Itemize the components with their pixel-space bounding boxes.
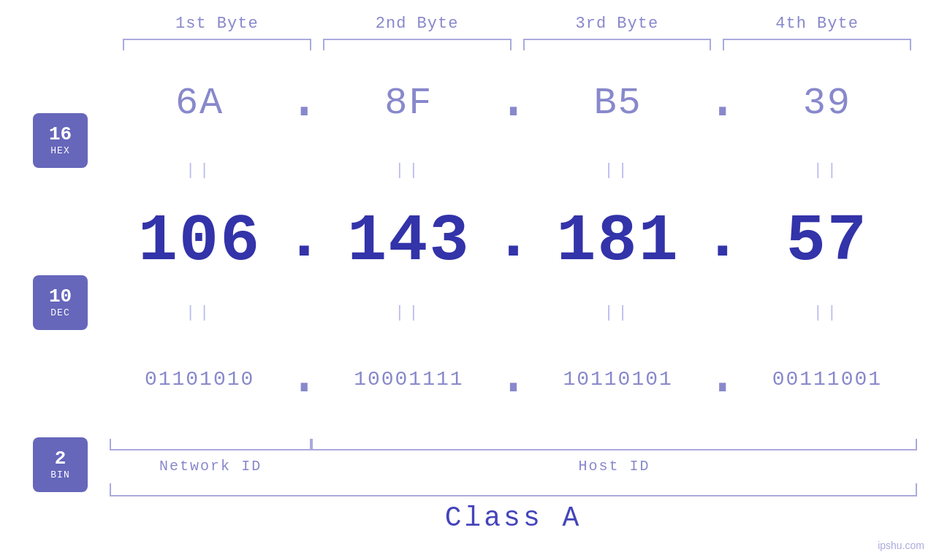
bin-byte-2: 10001111 (319, 368, 498, 391)
hex-base-number: 16 (49, 124, 72, 145)
host-bracket (311, 439, 917, 450)
content-area: 16 HEX 10 DEC 2 BIN 6A . 8F (22, 59, 917, 545)
watermark: ipshu.com (878, 540, 924, 551)
bracket-top-2 (323, 39, 512, 52)
dec-byte-3: 181 (528, 204, 708, 279)
dec-byte-4: 57 (737, 204, 917, 279)
network-bracket (110, 439, 311, 450)
separator-row-2: || || || || (110, 302, 917, 323)
dec-base-number: 10 (49, 286, 72, 307)
class-label-row: Class A (110, 502, 917, 534)
bracket-top-3 (523, 39, 712, 52)
dec-base-label: DEC (50, 307, 69, 318)
bracket-top-4 (723, 39, 911, 52)
sep2-bar4: || (737, 304, 917, 322)
sep1-bar2: || (319, 161, 498, 180)
dot-dec-2: . (499, 205, 528, 278)
byte-label-2: 2nd Byte (317, 15, 517, 33)
class-label: Class A (445, 502, 582, 534)
main-grid: 6A . 8F . B5 . 39 || || (110, 59, 917, 545)
byte-label-4: 4th Byte (717, 15, 917, 33)
bin-row: 01101010 . 10001111 . 10110101 . 0011100… (110, 347, 917, 413)
dec-badge: 10 DEC (33, 275, 88, 330)
bin-badge: 2 BIN (33, 437, 88, 492)
byte-label-3: 3rd Byte (517, 15, 718, 33)
byte-label-1: 1st Byte (117, 15, 317, 33)
dot-bin-2: . (499, 347, 528, 413)
bin-byte-4: 00111001 (737, 368, 917, 391)
network-id-label: Network ID (110, 458, 311, 475)
bin-byte-3: 10110101 (528, 368, 708, 391)
sep1-bar1: || (110, 161, 289, 180)
sep2-bar2: || (319, 304, 498, 322)
sep2-bar3: || (528, 304, 708, 322)
dec-byte-1: 106 (110, 204, 289, 279)
dot-dec-3: . (708, 205, 737, 278)
hex-badge: 16 HEX (33, 113, 88, 168)
bin-byte-1: 01101010 (110, 368, 289, 391)
hex-base-label: HEX (50, 145, 69, 156)
class-bracket (110, 483, 917, 496)
bin-base-label: BIN (50, 469, 69, 480)
host-id-label: Host ID (311, 458, 917, 475)
hex-byte-4: 39 (737, 82, 917, 125)
hex-row: 6A . 8F . B5 . 39 (110, 71, 917, 137)
sep1-bar3: || (528, 161, 708, 180)
bracket-top-1 (123, 39, 311, 52)
bracket-top-row (117, 39, 917, 52)
dot-bin-3: . (708, 347, 737, 413)
dot-hex-2: . (499, 71, 528, 137)
bottom-section: Network ID Host ID Class A (110, 439, 917, 534)
dot-hex-1: . (289, 71, 319, 137)
id-labels-row: Network ID Host ID (110, 458, 917, 475)
dec-row: 106 . 143 . 181 . 57 (110, 204, 917, 279)
hex-byte-1: 6A (110, 82, 289, 125)
byte-labels-row: 1st Byte 2nd Byte 3rd Byte 4th Byte (117, 15, 917, 33)
dot-dec-1: . (289, 205, 319, 278)
separator-row-1: || || || || (110, 159, 917, 181)
hex-byte-2: 8F (319, 82, 498, 125)
dot-hex-3: . (708, 71, 737, 137)
hex-byte-3: B5 (528, 82, 708, 125)
dec-byte-2: 143 (319, 204, 498, 279)
bracket-bottom-row (110, 439, 917, 453)
sep1-bar4: || (737, 161, 917, 180)
badges-column: 16 HEX 10 DEC 2 BIN (22, 59, 110, 545)
sep2-bar1: || (110, 304, 289, 322)
bin-base-number: 2 (55, 448, 66, 469)
dot-bin-1: . (289, 347, 319, 413)
